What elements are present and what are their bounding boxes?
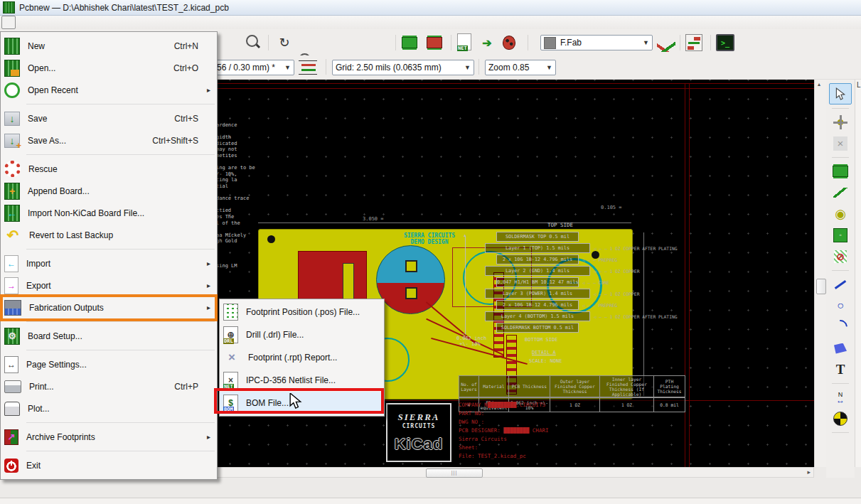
scripting-console-icon[interactable]: >_	[716, 33, 734, 52]
rescue-icon	[4, 161, 21, 177]
select-tool-icon[interactable]	[829, 83, 852, 104]
chevron-down-icon: ▼	[638, 39, 649, 46]
menu-item[interactable]: ↔ Page Settings...	[1, 353, 217, 375]
table-cell: 1 OZ	[600, 398, 654, 412]
submenu-item[interactable]: ⊕DRL Drill (.drl) File...	[220, 323, 384, 346]
plot-icon	[4, 402, 20, 416]
menubar-item[interactable]	[105, 16, 118, 29]
chevron-down-icon: ▼	[460, 64, 471, 71]
toolbar-separator	[680, 35, 680, 50]
add-keepout-icon[interactable]: ⊘	[830, 247, 851, 267]
grid-selector[interactable]: Grid: 2.50 mils (0.0635 mm) ▼	[332, 60, 474, 75]
draw-arc-icon[interactable]	[830, 317, 851, 337]
add-via-icon[interactable]: ◉	[830, 204, 851, 224]
save-as-icon: ↓	[4, 134, 20, 148]
footprint-editor-icon[interactable]	[400, 33, 419, 52]
toolbar-separator	[832, 383, 849, 384]
draw-polygon-icon[interactable]	[830, 338, 851, 358]
table-header-cell: Material	[479, 376, 509, 397]
sheet-border	[213, 83, 814, 84]
fab-outputs-icon	[4, 300, 21, 316]
menu-bar	[0, 16, 861, 30]
menu-item[interactable]: Open Recent ▸	[1, 79, 217, 101]
menu-item[interactable]: ↓ Save Ctrl+S	[1, 107, 217, 129]
submenu-item[interactable]: ×NET IPC-D-356 Netlist File...	[220, 369, 384, 392]
menu-item[interactable]: + Append Board...	[1, 180, 217, 202]
drc-bug-icon[interactable]	[500, 33, 518, 52]
track-width-selector[interactable]: 56 / 0.30 mm) * ▼	[213, 60, 294, 75]
menubar-item[interactable]	[80, 16, 92, 29]
stackup-row: 0.047 H1/H1 BM 10.12 47 mils CORE	[462, 277, 690, 288]
swap-layers-icon[interactable]	[685, 33, 703, 52]
menubar-item[interactable]	[41, 16, 54, 29]
horizontal-scrollbar[interactable]: ||| ▸	[213, 467, 814, 478]
draw-line-icon[interactable]	[830, 274, 851, 294]
route-track-icon[interactable]	[830, 183, 851, 203]
menu-item[interactable]: New Ctrl+N	[1, 35, 217, 57]
menu-item[interactable]: ↗ Archive Footprints ▸	[1, 426, 217, 448]
toolbar-separator	[268, 35, 269, 50]
stackup-row: SOLDERMASK TOP 0.5 mil	[462, 231, 690, 242]
menu-item[interactable]: → Export ▸	[1, 274, 217, 296]
track-icon[interactable]	[657, 33, 675, 52]
open-board-icon	[4, 60, 20, 77]
menu-item[interactable]: Print... Ctrl+P	[1, 375, 217, 397]
toolbar-separator	[832, 108, 849, 109]
add-footprint-icon[interactable]	[830, 161, 851, 181]
menu-item[interactable]: Rescue	[1, 158, 217, 180]
stackup-row: Layer 4 (BOTTOM) 1.5 mils 1 OZ COPPER AF…	[462, 311, 690, 322]
horizontal-scroll-thumb[interactable]: |||	[426, 468, 483, 478]
update-pcb-from-schematic-icon[interactable]: ➔	[478, 33, 496, 52]
submenu-item[interactable]: × Footprint (.rpt) Report...	[220, 346, 384, 369]
window-title: Pcbnew — D:\Abhishek Chari\latest\TEST_2…	[19, 3, 229, 13]
set-origin-icon[interactable]	[830, 409, 851, 429]
menubar-item[interactable]	[67, 16, 80, 29]
local-ratsnest-icon[interactable]: ×	[830, 134, 851, 154]
menubar-item[interactable]	[1, 16, 16, 29]
zoom-selector[interactable]: Zoom 0.85 ▼	[485, 60, 556, 75]
menu-item[interactable]: Fabrication Outputs ▸	[1, 296, 217, 318]
menubar-item[interactable]	[28, 16, 41, 29]
file-menu: New Ctrl+N Open... Ctrl+O Open Recent ▸ …	[0, 31, 218, 480]
layer-selector[interactable]: F.Fab ▼	[540, 35, 653, 50]
table-header-cell: No. of Layers	[459, 376, 479, 397]
bottom-side-label: BOTTOM SIDE	[525, 337, 557, 343]
vertical-scrollbar[interactable]: ▴	[814, 80, 826, 467]
menubar-item[interactable]	[92, 16, 105, 29]
redraw-view-icon[interactable]	[244, 33, 262, 52]
fab-notes: ardencegidthdicatedmay notmetitesing are…	[216, 122, 255, 269]
highlight-net-icon[interactable]	[830, 112, 851, 132]
pcbnew-window: Pcbnew — D:\Abhishek Chari\latest\TEST_2…	[0, 0, 861, 504]
add-zone-icon[interactable]: ◦	[830, 225, 851, 245]
menu-item[interactable]: ↶ Revert to Last Backup	[1, 224, 217, 246]
netlist-icon[interactable]: NET	[457, 33, 471, 50]
scroll-right-arrow[interactable]: ▸	[807, 468, 811, 476]
menu-item[interactable]: Open... Ctrl+O	[1, 57, 217, 79]
track-via-size-icon[interactable]	[299, 58, 317, 77]
submenu-item[interactable]: Footprint Position (.pos) File...	[220, 301, 384, 323]
menubar-item[interactable]	[16, 16, 28, 29]
title-block-text: COMPANY N█████████ CIRCUITSPART NO:DWG N…	[459, 402, 548, 461]
submenu-item[interactable]: $BOM BOM File...	[220, 392, 384, 414]
add-dimension-icon[interactable]: N↔	[830, 387, 851, 407]
menubar-item[interactable]	[54, 16, 67, 29]
scroll-up-arrow[interactable]: ▴	[818, 81, 820, 87]
app-icon	[3, 1, 15, 14]
menu-item[interactable]: ↓ Save As... Ctrl+Shift+S	[1, 129, 217, 151]
add-text-icon[interactable]: T	[830, 360, 851, 380]
refresh-icon[interactable]: ↻	[275, 33, 294, 52]
layer-color-swatch	[544, 37, 556, 49]
stackup-row: SOLDERMASK BOTTOM 0.5 mil	[462, 322, 690, 333]
stackup-left-dim: 0.062 inch +\- 10%	[456, 336, 486, 347]
menu-item[interactable]: Exit	[1, 454, 217, 476]
menu-item[interactable]: ← Import ▸	[1, 252, 217, 274]
menu-item[interactable]: Plot...	[1, 397, 217, 419]
menu-item[interactable]: ← Import Non-KiCad Board File...	[1, 202, 217, 224]
table-header-cell: PTH Plating Thickness	[654, 376, 685, 397]
draw-circle-icon[interactable]: ○	[830, 296, 851, 316]
vertical-scroll-thumb[interactable]	[816, 279, 826, 294]
revert-icon: ↶	[4, 227, 21, 244]
footprint-viewer-icon[interactable]	[425, 33, 444, 52]
table-header-cell: Inner layer Finished Copper Thickness (I…	[600, 376, 654, 397]
menu-item[interactable]: ⚙ Board Setup...	[1, 325, 217, 347]
